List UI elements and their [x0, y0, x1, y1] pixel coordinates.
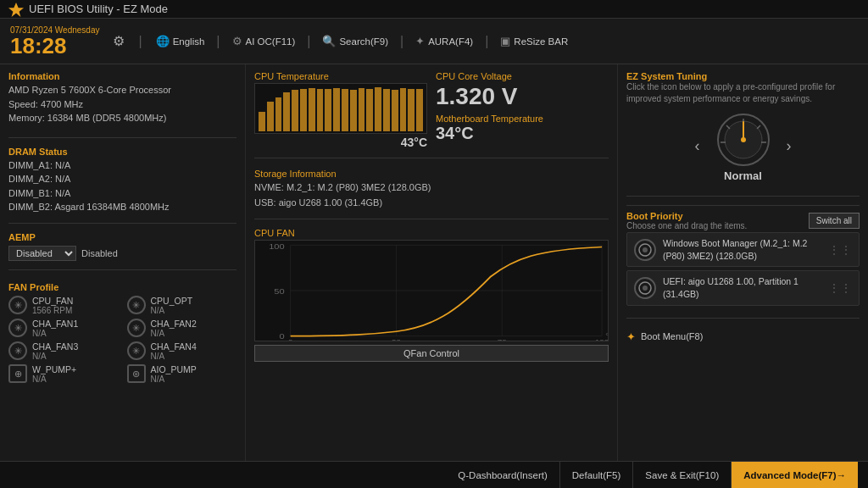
- header: 07/31/2024 Wednesday 18:28 ⚙ | 🌐 English…: [0, 19, 868, 64]
- information-section: Information AMD Ryzen 5 7600X 6-Core Pro…: [8, 71, 236, 125]
- right-panel: EZ System Tuning Click the icon below to…: [618, 64, 868, 461]
- profile-next-button[interactable]: ›: [782, 136, 797, 157]
- temp-bar: [309, 88, 315, 131]
- speed-info: Speed: 4700 MHz: [8, 97, 236, 112]
- cpu-temp-value: 43°C: [254, 136, 427, 149]
- svg-marker-0: [8, 2, 24, 16]
- fan-icon-cha-fan3: ✳: [8, 341, 27, 360]
- middle-top: CPU Temperature 43°C CPU Core Voltage 1.…: [254, 71, 609, 149]
- temp-bar: [292, 90, 298, 131]
- temp-bar: [359, 88, 365, 131]
- fan-item-cha-fan1: ✳ CHA_FAN1 N/A: [8, 319, 119, 338]
- left-panel: Information AMD Ryzen 5 7600X 6-Core Pro…: [0, 64, 246, 461]
- datetime-block: 07/31/2024 Wednesday 18:28: [10, 25, 99, 57]
- profile-prev-button[interactable]: ‹: [690, 136, 705, 157]
- dram-section: DRAM Status DIMM_A1: N/A DIMM_A2: N/A DI…: [8, 147, 236, 214]
- svg-point-19: [741, 137, 746, 142]
- boot-item-0[interactable]: Windows Boot Manager (M.2_1: M.2 (P80) 3…: [626, 232, 860, 267]
- cpu-info: AMD Ryzen 5 7600X 6-Core Processor: [8, 83, 236, 97]
- temp-bar: [283, 92, 290, 131]
- mb-temp-value: 34°C: [436, 124, 609, 143]
- boot-item-drag-0: ⋮⋮: [828, 243, 852, 257]
- dram-item-1: DIMM_A2: N/A: [8, 172, 236, 186]
- dram-item-3: DIMM_B2: Asgard 16384MB 4800MHz: [8, 200, 236, 214]
- cpu-temp-graph: [254, 83, 427, 134]
- temp-bar: [400, 88, 407, 131]
- fan-profile-section: FAN Profile ✳ CPU_FAN 1566 RPM ✳ CPU_OPT…: [8, 282, 236, 384]
- fan-item-cpu-opt: ✳ CPU_OPT N/A: [127, 296, 237, 315]
- temp-bar: [383, 89, 390, 131]
- temp-bar: [416, 89, 423, 131]
- cpu-fan-chart: 100 50 0 0 30 70 100 °C: [254, 240, 609, 341]
- cpu-voltage-section: CPU Core Voltage 1.320 V Motherboard Tem…: [436, 71, 609, 149]
- q-dashboard-button[interactable]: Q-Dashboard(Insert): [446, 462, 559, 488]
- switch-all-button[interactable]: Switch all: [809, 213, 860, 229]
- svg-point-21: [643, 247, 648, 252]
- temp-bar: [275, 97, 282, 131]
- resizebar-icon: ▣: [500, 35, 510, 47]
- temp-bar: [366, 89, 373, 131]
- boot-priority-hint: Choose one and drag the items.: [626, 221, 747, 230]
- fan-item-cha-fan3: ✳ CHA_FAN3 N/A: [8, 341, 119, 361]
- storage-usb-label: USB: aigo U268 1.00 (31.4GB): [254, 196, 609, 211]
- nav-search[interactable]: 🔍 Search(F9): [322, 35, 388, 47]
- svg-text:100: 100: [269, 242, 285, 251]
- advanced-mode-button[interactable]: Advanced Mode(F7)→: [731, 462, 858, 488]
- svg-text:30: 30: [392, 339, 401, 341]
- nav-aura[interactable]: ✦ AURA(F4): [415, 35, 473, 47]
- boot-item-1[interactable]: UEFI: aigo U1268 1.00, Partition 1 (31.4…: [626, 270, 860, 305]
- boot-menu-button[interactable]: ✦ Boot Menu(F8): [626, 327, 860, 347]
- nav-aioc[interactable]: ⚙ AI OC(F11): [232, 35, 296, 47]
- cpu-temp-title: CPU Temperature: [254, 71, 427, 81]
- cpu-voltage-value: 1.320 V: [436, 83, 609, 110]
- nav-language[interactable]: 🌐 English: [156, 35, 205, 47]
- nav-resizebar[interactable]: ▣ ReSize BAR: [500, 35, 568, 47]
- bottom-bar: Q-Dashboard(Insert) Default(F5) Save & E…: [0, 461, 868, 488]
- fan-icon-cha-fan1: ✳: [8, 319, 27, 337]
- fan-icon-cha-fan2: ✳: [127, 319, 146, 337]
- cpu-voltage-title: CPU Core Voltage: [436, 71, 609, 81]
- temp-bar: [300, 89, 307, 131]
- save-exit-button[interactable]: Save & Exit(F10): [632, 462, 731, 488]
- temp-bar: [267, 102, 274, 131]
- temp-bar: [259, 112, 265, 131]
- dram-item-0: DIMM_A1: N/A: [8, 158, 236, 173]
- temp-bar: [333, 88, 340, 131]
- fan-grid: ✳ CPU_FAN 1566 RPM ✳ CPU_OPT N/A ✳: [8, 296, 236, 384]
- main-content: Information AMD Ryzen 5 7600X 6-Core Pro…: [0, 64, 868, 461]
- cpu-fan-chart-section: CPU FAN 100 50 0 0 30: [254, 228, 609, 454]
- aemp-select[interactable]: Disabled Profile 1 Profile 2: [8, 246, 76, 261]
- profile-selector: ‹: [626, 110, 860, 182]
- svg-text:50: 50: [274, 288, 285, 297]
- aemp-title: AEMP: [8, 232, 236, 242]
- memory-info: Memory: 16384 MB (DDR5 4800MHz): [8, 111, 236, 125]
- boot-priority-title: Boot Priority: [626, 211, 747, 221]
- boot-item-icon-0: [634, 239, 656, 261]
- storage-nvme-label: NVME: M.2_1: M.2 (P80) 3ME2 (128.0GB): [254, 180, 609, 196]
- boot-item-drag-1: ⋮⋮: [828, 281, 852, 295]
- fan-icon-cpu-opt: ✳: [127, 296, 146, 314]
- dram-title: DRAM Status: [8, 147, 236, 157]
- cpu-temp-section: CPU Temperature 43°C: [254, 71, 427, 149]
- fan-icon-cpu-fan: ✳: [8, 296, 27, 314]
- settings-icon[interactable]: ⚙: [113, 33, 125, 49]
- fan-icon-cha-fan4: ✳: [127, 341, 146, 360]
- ez-tuning-title: EZ System Tuning: [626, 71, 860, 81]
- temp-bar: [392, 90, 398, 131]
- app-title: UEFI BIOS Utility - EZ Mode: [29, 3, 168, 15]
- temp-bar: [375, 87, 381, 131]
- fan-item-wpump: ⊕ W_PUMP+ N/A: [8, 364, 119, 384]
- aioc-icon: ⚙: [232, 35, 242, 47]
- default-button[interactable]: Default(F5): [559, 462, 633, 488]
- ez-tuning-section: EZ System Tuning Click the icon below to…: [626, 71, 860, 187]
- aemp-section: AEMP Disabled Profile 1 Profile 2 Disabl…: [8, 232, 236, 261]
- fan-icon-aio-pump: ⊛: [127, 364, 146, 383]
- aura-icon: ✦: [415, 35, 425, 47]
- fan-icon-wpump: ⊕: [8, 364, 27, 383]
- boot-item-text-1: UEFI: aigo U1268 1.00, Partition 1 (31.4…: [663, 275, 821, 300]
- svg-point-23: [643, 286, 648, 291]
- qfan-control-button[interactable]: QFan Control: [254, 345, 609, 362]
- fan-profile-title: FAN Profile: [8, 282, 236, 292]
- storage-title: Storage Information: [254, 169, 609, 179]
- temp-bar: [350, 90, 357, 131]
